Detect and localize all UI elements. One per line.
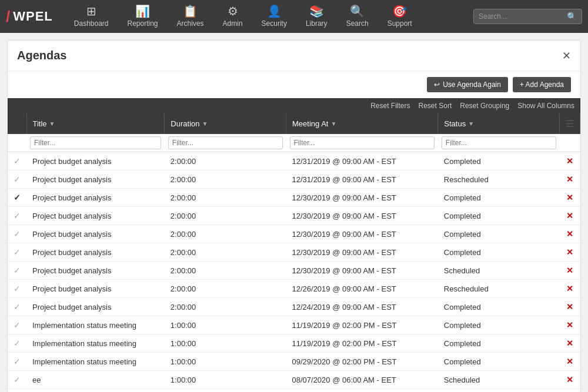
- delete-row-button[interactable]: ✕: [566, 375, 573, 384]
- row-title-cell: ee: [26, 371, 165, 389]
- row-check-cell: ✓: [8, 152, 26, 170]
- delete-row-button[interactable]: ✕: [566, 357, 573, 366]
- table-row: ✓ Project budget analysis 2:00:00 12/31/…: [8, 152, 580, 170]
- row-meeting-at-cell: 12/24/2019 @ 09:00 AM - EST: [286, 298, 438, 316]
- col-duration[interactable]: Duration ▼: [165, 113, 286, 134]
- agendas-panel: Agendas ✕ ↩ Use Agenda Again + Add Agend…: [7, 40, 581, 392]
- reset-sort-button[interactable]: Reset Sort: [419, 102, 452, 110]
- row-status-cell: Completed: [438, 316, 560, 334]
- row-actions-cell: ✕: [560, 189, 580, 207]
- col-title[interactable]: Title ▼: [26, 113, 165, 134]
- row-duration-cell: 2:00:00: [165, 280, 286, 298]
- row-title-cell: Implementation status meeting: [26, 334, 165, 353]
- row-actions-cell: ✕: [560, 170, 580, 189]
- row-title-cell: Implementation status meeting: [26, 353, 165, 371]
- row-title-cell: Project budget analysis: [26, 243, 165, 262]
- row-check: ✓: [14, 247, 21, 257]
- row-check-cell: ✓: [8, 225, 26, 243]
- row-duration-cell: 1:00:00: [165, 371, 286, 389]
- filter-duration-input[interactable]: [168, 136, 283, 149]
- row-check: ✓: [14, 229, 21, 239]
- nav-item-admin[interactable]: ⚙ Admin: [213, 2, 252, 31]
- search-input[interactable]: [479, 12, 567, 21]
- row-status-cell: Completed: [438, 353, 560, 371]
- delete-row-button[interactable]: ✕: [566, 339, 573, 348]
- row-duration-cell: 1:00:00: [165, 334, 286, 353]
- delete-row-button[interactable]: ✕: [566, 247, 573, 257]
- row-meeting-at-cell: 12/26/2019 @ 09:00 AM - EST: [286, 280, 438, 298]
- nav-item-dashboard[interactable]: ⊞ Dashboard: [65, 2, 118, 31]
- archives-icon: 📋: [183, 5, 198, 17]
- col-select: [8, 113, 26, 134]
- nav-item-archives[interactable]: 📋 Archives: [168, 2, 213, 31]
- row-status-cell: Completed: [438, 243, 560, 262]
- row-duration-cell: 2:00:00: [165, 189, 286, 207]
- row-meeting-at-cell: 12/31/2019 @ 09:00 AM - EST: [286, 152, 438, 170]
- search-box: 🔍: [473, 9, 582, 24]
- row-actions-cell: ✕: [560, 243, 580, 262]
- filter-title-input[interactable]: [30, 136, 161, 149]
- add-agenda-button[interactable]: + Add Agenda: [513, 77, 571, 92]
- row-check-cell: ✓: [8, 371, 26, 389]
- delete-row-button[interactable]: ✕: [566, 211, 573, 220]
- admin-label: Admin: [223, 19, 243, 28]
- row-duration-cell: 1:00:00: [165, 353, 286, 371]
- sort-arrow-duration: ▼: [202, 120, 208, 127]
- col-status[interactable]: Status ▼: [438, 113, 560, 134]
- delete-row-button[interactable]: ✕: [566, 229, 573, 239]
- show-all-columns-button[interactable]: Show All Columns: [517, 102, 574, 110]
- row-actions-cell: ✕: [560, 316, 580, 334]
- row-actions-cell: ✕: [560, 389, 580, 393]
- nav-item-search[interactable]: 🔍 Search: [337, 2, 378, 31]
- nav-item-security[interactable]: 👤 Security: [252, 2, 296, 31]
- top-navigation: /WPEL ⊞ Dashboard 📊 Reporting 📋 Archives…: [0, 0, 588, 33]
- row-check-cell: ✓: [8, 389, 26, 393]
- table-row: ✓ Project budget analysis 2:00:00 12/30/…: [8, 225, 580, 243]
- nav-item-library[interactable]: 📚 Library: [296, 2, 337, 31]
- use-agenda-icon: ↩: [434, 81, 440, 89]
- search-icon[interactable]: 🔍: [567, 12, 577, 21]
- nav-item-reporting[interactable]: 📊 Reporting: [118, 2, 168, 31]
- table-row: ✓ Project budget analysis 2:00:00 12/30/…: [8, 243, 580, 262]
- delete-row-button[interactable]: ✕: [566, 320, 573, 330]
- filter-meeting-at-cell: [286, 134, 438, 152]
- filter-select-cell: [8, 134, 26, 152]
- row-status-cell: Scheduled: [438, 371, 560, 389]
- table-row: ✓ Project budget analysis 2:00:00 12/26/…: [8, 280, 580, 298]
- reset-filters-button[interactable]: Reset Filters: [370, 102, 410, 110]
- delete-row-button[interactable]: ✕: [566, 175, 573, 184]
- row-meeting-at-cell: 08/07/2020 @ 06:00 AM - EET: [286, 371, 438, 389]
- nav-item-support[interactable]: 🎯 Support: [378, 2, 422, 31]
- row-duration-cell: 2:00:00: [165, 389, 286, 393]
- row-meeting-at-cell: 11/19/2019 @ 02:00 PM - EST: [286, 316, 438, 334]
- delete-row-button[interactable]: ✕: [566, 302, 573, 311]
- agendas-header: Agendas ✕: [8, 41, 580, 71]
- row-actions-cell: ✕: [560, 371, 580, 389]
- nav-items-container: ⊞ Dashboard 📊 Reporting 📋 Archives ⚙ Adm…: [65, 2, 473, 31]
- row-check-cell: ✓: [8, 298, 26, 316]
- support-icon: 🎯: [392, 5, 407, 17]
- delete-row-button[interactable]: ✕: [566, 156, 573, 166]
- reset-grouping-button[interactable]: Reset Grouping: [460, 102, 509, 110]
- delete-row-button[interactable]: ✕: [566, 266, 573, 275]
- filter-status-input[interactable]: [442, 136, 556, 149]
- row-duration-cell: 1:00:00: [165, 316, 286, 334]
- row-check: ✓: [14, 302, 21, 311]
- column-options-icon[interactable]: ☰: [566, 119, 574, 129]
- col-meeting-at[interactable]: Meeting At ▼: [286, 113, 438, 134]
- close-button[interactable]: ✕: [562, 49, 571, 62]
- row-check: ✓: [14, 266, 21, 275]
- row-actions-cell: ✕: [560, 280, 580, 298]
- row-check: ✓: [14, 339, 21, 348]
- delete-row-button[interactable]: ✕: [566, 193, 573, 202]
- table-row: ✓ Project budget analysis 2:00:00 12/30/…: [8, 189, 580, 207]
- filter-meeting-at-input[interactable]: [290, 136, 435, 149]
- row-check-cell: ✓: [8, 189, 26, 207]
- delete-row-button[interactable]: ✕: [566, 284, 573, 293]
- row-check-cell: ✓: [8, 280, 26, 298]
- library-label: Library: [306, 19, 328, 28]
- use-agenda-button[interactable]: ↩ Use Agenda Again: [427, 77, 508, 92]
- row-meeting-at-cell: 12/30/2019 @ 09:00 AM - EST: [286, 225, 438, 243]
- row-title-cell: Project budget analysis: [26, 262, 165, 280]
- filter-actions-cell: [560, 134, 580, 152]
